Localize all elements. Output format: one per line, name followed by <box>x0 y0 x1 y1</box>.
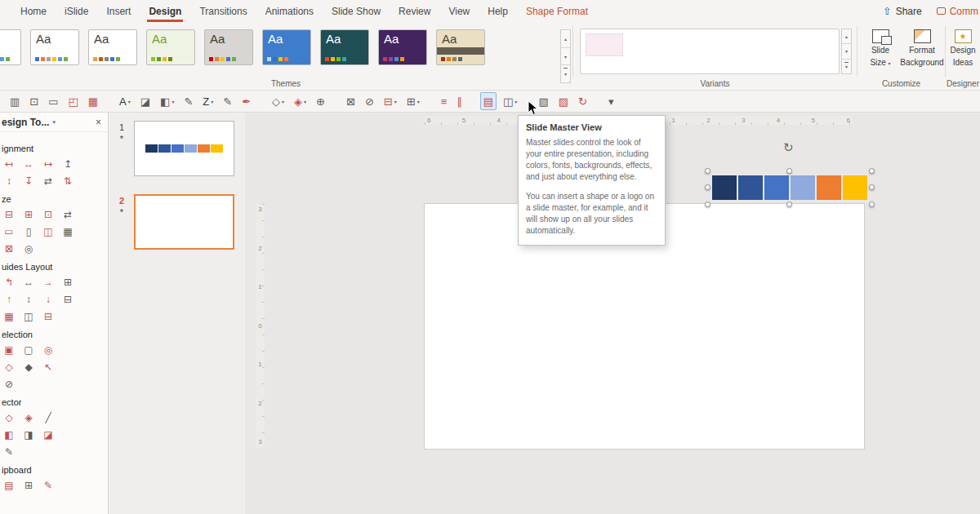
pointer-icon[interactable]: ↖ <box>42 361 55 374</box>
slide-size-button[interactable]: Slide Size ▾ <box>862 29 899 67</box>
tab-islide[interactable]: iSlide <box>56 0 97 22</box>
distribute-h-icon[interactable]: ⇄ <box>42 175 55 188</box>
align-left-icon[interactable]: ↤ <box>2 157 16 171</box>
align-center-h-icon[interactable]: ↔ <box>22 157 35 171</box>
shape-square-2[interactable] <box>738 175 763 200</box>
eraser-icon[interactable]: ◪ <box>137 92 154 110</box>
variants-scroll-up-icon[interactable]: ▴ <box>842 29 851 44</box>
paste-icon[interactable]: ▤ <box>2 479 16 492</box>
themes-scroll-down-icon[interactable]: ▾ <box>561 48 570 66</box>
same-width-icon[interactable]: ⊟ <box>2 208 16 221</box>
theme-5[interactable]: Aa <box>204 29 253 65</box>
share-button[interactable]: ⇧ Share <box>883 6 922 17</box>
grid-settings-icon[interactable]: ⊞▾ <box>403 92 423 110</box>
slide-1-thumbnail[interactable] <box>134 121 234 176</box>
format-background-button[interactable]: Format Background <box>900 29 944 67</box>
theme-6[interactable]: Aa <box>262 29 311 65</box>
reset-size-icon[interactable]: ◎ <box>22 242 35 255</box>
tab-insert[interactable]: Insert <box>97 0 140 22</box>
selection-handle-w[interactable] <box>705 184 710 190</box>
slide-master-icon[interactable]: ▤ <box>480 92 497 110</box>
tab-animations[interactable]: Animations <box>256 0 323 22</box>
select-box-icon[interactable]: ▢ <box>22 343 35 357</box>
vector-pen-icon[interactable]: ✎ <box>2 445 16 459</box>
auto-fit-icon[interactable]: ◫ <box>42 225 55 238</box>
theme-colors-icon[interactable]: ▨ <box>555 92 572 110</box>
variants-scroll-down-icon[interactable]: ▾ <box>842 44 851 59</box>
edit-points-icon[interactable]: ◈ <box>22 411 35 424</box>
slide-layout-icon[interactable]: ◫▾ <box>500 92 520 110</box>
layout-rows-icon[interactable]: ⊟ <box>42 310 55 323</box>
text-box-icon[interactable]: ⊡ <box>26 92 42 110</box>
lock-ratio-icon[interactable]: ⊠ <box>2 242 16 255</box>
tab-transitions[interactable]: Transitions <box>190 0 256 22</box>
boolean-subtract-icon[interactable]: ◨ <box>22 428 35 441</box>
boolean-union-icon[interactable]: ◧ <box>2 428 16 441</box>
panel-caret-icon[interactable]: ▾ <box>52 119 56 126</box>
boolean-intersect-icon[interactable]: ◪ <box>42 428 55 441</box>
same-height-icon[interactable]: ⊞ <box>22 208 35 221</box>
smartart-icon[interactable]: ◈▾ <box>291 92 310 110</box>
shapes-gallery-icon[interactable]: ◇▾ <box>269 92 287 110</box>
selection-handle-sw[interactable] <box>705 202 710 207</box>
comments-button[interactable]: Comm <box>937 6 978 17</box>
theme-2[interactable]: Aa <box>30 29 79 65</box>
fit-width-icon[interactable]: ▭ <box>2 225 16 238</box>
align-shapes-icon[interactable]: ≡ <box>438 92 451 110</box>
variants-more-icon[interactable]: ▾ <box>842 60 851 73</box>
tab-view[interactable]: View <box>439 0 479 22</box>
align-bottom-icon[interactable]: ↧ <box>22 175 35 188</box>
tab-slide-show[interactable]: Slide Show <box>323 0 390 22</box>
copy-icon[interactable]: ⊞ <box>22 479 35 492</box>
vector-line-icon[interactable]: ╱ <box>42 411 55 424</box>
theme-8[interactable]: Aa <box>378 29 427 65</box>
tab-design[interactable]: Design <box>140 0 190 22</box>
link-icon[interactable]: ⊕ <box>313 92 328 110</box>
color-squares-shape[interactable] <box>712 175 867 200</box>
guide-vertical-icon[interactable]: ↔ <box>22 276 35 289</box>
align-top-icon[interactable]: ↥ <box>61 157 74 171</box>
fit-height-icon[interactable]: ▯ <box>22 225 35 238</box>
shape-square-3[interactable] <box>764 175 789 200</box>
guide-horizontal-icon[interactable]: ↕ <box>22 293 35 306</box>
tab-help[interactable]: Help <box>479 0 517 22</box>
slide-2-thumbnail[interactable] <box>134 194 234 250</box>
theme-3[interactable]: Aa <box>88 29 137 65</box>
deselect-icon[interactable]: ⊘ <box>2 378 16 391</box>
selection-handle-e[interactable] <box>869 184 875 190</box>
panel-close-icon[interactable]: × <box>96 117 101 127</box>
design-ideas-button[interactable]: ★ Design Ideas <box>946 29 980 67</box>
guide-left-icon[interactable]: ↰ <box>2 276 16 289</box>
lock-icon[interactable]: ⊟▾ <box>381 92 400 110</box>
tab-review[interactable]: Review <box>390 0 439 22</box>
font-color-icon[interactable]: A▾ <box>116 92 134 110</box>
theme-4[interactable]: Aa <box>146 29 195 65</box>
rotate-handle-icon[interactable]: ↻ <box>783 141 794 153</box>
select-invert-icon[interactable]: ◎ <box>42 343 55 357</box>
selection-handle-se[interactable] <box>869 202 875 207</box>
grid-fit-icon[interactable]: ▦ <box>61 225 74 238</box>
shape-square-4[interactable] <box>791 175 815 200</box>
align-middle-icon[interactable]: ↕ <box>2 175 16 188</box>
pen-icon[interactable]: ✎ <box>180 92 196 110</box>
fill-color-icon[interactable]: ◧▾ <box>157 92 177 110</box>
reset-icon[interactable]: ↻ <box>575 92 590 110</box>
select-all-icon[interactable]: ▣ <box>2 343 16 357</box>
swap-size-icon[interactable]: ⇄ <box>61 208 74 221</box>
selection-handle-ne[interactable] <box>869 168 875 174</box>
shape-icon[interactable]: ▭ <box>45 92 61 110</box>
theme-9[interactable]: Aa <box>436 29 485 65</box>
selection-handle-s[interactable] <box>786 202 792 207</box>
align-right-icon[interactable]: ↦ <box>42 157 55 171</box>
select-color-icon[interactable]: ◆ <box>22 361 35 374</box>
theme-7[interactable]: Aa <box>320 29 369 65</box>
tab-home[interactable]: Home <box>11 0 56 22</box>
themes-scroll-up-icon[interactable]: ▴ <box>561 30 570 48</box>
brush-icon[interactable]: ✎ <box>220 92 235 110</box>
theme-1[interactable]: a <box>0 29 21 65</box>
guide-bottom-icon[interactable]: ↓ <box>42 293 55 306</box>
guide-remove-icon[interactable]: ⊟ <box>61 293 74 306</box>
picture-placeholder-icon[interactable]: ◰ <box>65 92 82 110</box>
format-painter-icon[interactable]: ✎ <box>42 479 55 492</box>
tab-shape-format[interactable]: Shape Format <box>517 0 597 22</box>
